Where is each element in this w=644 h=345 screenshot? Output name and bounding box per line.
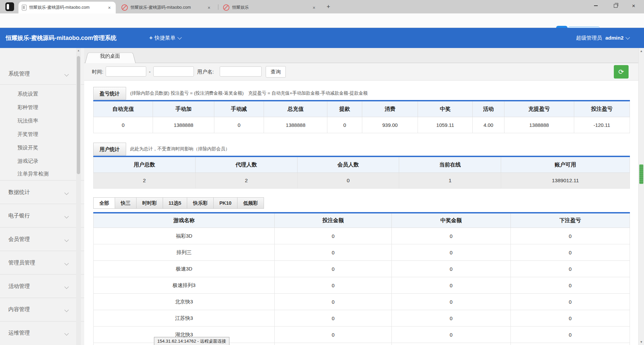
quick-menu-button[interactable]: + 快捷菜单 <box>149 28 181 48</box>
game-tab-11x5[interactable]: 11选5 <box>163 197 187 209</box>
browser-tab-3[interactable]: 恒耀娱乐 × <box>220 2 320 13</box>
time-end-input[interactable] <box>153 66 194 77</box>
cell: 1388888 <box>264 117 327 133</box>
username-input[interactable] <box>220 66 262 77</box>
cell: 0 <box>511 343 630 345</box>
cell: 0 <box>511 327 630 343</box>
user-table: 用户总数 代理人数 会员人数 当前在线 账户可用 2 2 0 1 1389012… <box>93 156 630 189</box>
col-header: 投注盈亏 <box>574 101 630 117</box>
game-tab-all[interactable]: 全部 <box>93 197 115 209</box>
dash-separator: - <box>149 63 151 81</box>
divider <box>0 180 84 181</box>
cell: 0 <box>275 294 392 310</box>
cell: 939.00 <box>362 117 418 133</box>
workspaces-icon[interactable] <box>5 2 14 11</box>
chevron-down-icon <box>64 191 69 195</box>
sidebar: 系统管理 系统设置 彩种管理 玩法倍率 开奖管理 预设开奖 游戏记录 注单异常检… <box>0 48 84 345</box>
sidebar-item-system-settings[interactable]: 系统设置 <box>17 87 74 101</box>
table-row: 2 2 0 1 1389012.11 <box>94 173 630 189</box>
sidebar-group-activities[interactable]: 活动管理 <box>0 278 84 294</box>
sidebar-item-lottery-mgmt[interactable]: 彩种管理 <box>17 101 74 114</box>
browser-tab-strip: 恒耀娱乐-蜜桃源码-mitaobo.com × 恒耀娱乐-蜜桃源码-mitaob… <box>0 0 644 13</box>
user-menu[interactable]: 超级管理员 admin2 <box>576 28 629 48</box>
sidebar-group-content[interactable]: 内容管理 <box>0 301 84 317</box>
cell: 0 <box>392 228 511 244</box>
main-content: 盈亏统计 (排除内部会员数据) 投注盈亏 = (投注消费金额-返奖金额) 充提盈… <box>84 81 638 345</box>
browser-tab-2[interactable]: 恒耀娱乐-蜜桃源码-mitaobo.com × <box>118 2 215 13</box>
up-arrow-icon[interactable]: ▲ <box>76 49 81 52</box>
cell: 1 <box>399 173 501 189</box>
sidebar-item-draw-mgmt[interactable]: 开奖管理 <box>17 128 74 141</box>
sidebar-group-data-stats[interactable]: 数据统计 <box>0 184 84 200</box>
cell: 0 <box>275 228 392 244</box>
restore-button[interactable] <box>608 0 623 11</box>
cell: 0 <box>392 327 511 343</box>
sidebar-item-bet-anomaly[interactable]: 注单异常检测 <box>17 167 74 181</box>
game-tab-dipincai[interactable]: 低频彩 <box>237 197 264 209</box>
sidebar-group-admins[interactable]: 管理员管理 <box>0 255 84 271</box>
col-header: 会员人数 <box>297 156 399 173</box>
col-header: 下注盈亏 <box>511 213 630 228</box>
cell: 0 <box>275 343 392 345</box>
up-arrow-icon[interactable]: ▲ <box>639 49 644 53</box>
cell: 1388888 <box>153 117 214 133</box>
profit-badge: 盈亏统计 <box>93 87 126 100</box>
refresh-button[interactable]: ⟳ <box>614 65 629 79</box>
close-icon: × <box>632 3 635 9</box>
chevron-down-icon <box>626 35 630 40</box>
tab-close-icon[interactable]: × <box>311 5 317 10</box>
time-start-input[interactable] <box>106 66 146 77</box>
time-label: 时间: <box>92 63 103 81</box>
user-note: 此处为总计，不受查询时间影响（排除内部会员） <box>130 146 230 152</box>
divider <box>0 251 84 251</box>
user-role: 超级管理员 <box>576 35 602 42</box>
tab-divider <box>218 4 218 10</box>
chevron-down-icon <box>64 238 69 242</box>
query-button[interactable]: 查询 <box>266 66 286 78</box>
sidebar-group-system[interactable]: 系统管理 <box>0 66 84 82</box>
minimize-button[interactable] <box>588 0 603 11</box>
new-tab-button[interactable]: + <box>324 3 333 11</box>
cell: 0 <box>392 244 511 261</box>
sidebar-scrollbar-thumb[interactable] <box>77 56 80 174</box>
page-scrollbar[interactable]: ▲ ▼ <box>638 48 644 345</box>
browser-toolbar: ← → ⟳ ⚠ 不安全 | ht.hongll.cn ☆+ 拖拽上传 ··· <box>0 13 644 28</box>
browser-tab-1[interactable]: 恒耀娱乐-蜜桃源码-mitaobo.com × <box>18 2 116 13</box>
col-header: 消费 <box>362 101 418 117</box>
game-tab-shishicai[interactable]: 时时彩 <box>137 197 163 209</box>
sidebar-item-preset-draw[interactable]: 预设开奖 <box>17 141 74 154</box>
sidebar-item-game-records[interactable]: 游戏记录 <box>17 154 74 168</box>
plus-icon: + <box>149 28 153 48</box>
cell: 0 <box>511 310 630 327</box>
game-tab-pk10[interactable]: PK10 <box>214 197 237 209</box>
username: admin2 <box>605 35 624 41</box>
tab-my-desktop-label[interactable]: 我的桌面 <box>90 53 130 59</box>
cell: 0 <box>275 310 392 327</box>
cell: 0 <box>511 244 630 261</box>
sidebar-group-ops[interactable]: 运维管理 <box>0 325 84 341</box>
sidebar-scrollbar[interactable]: ▲ <box>76 48 81 345</box>
sidebar-group-ebank[interactable]: 电子银行 <box>0 208 84 224</box>
game-tab-kuailecai[interactable]: 快乐彩 <box>187 197 214 209</box>
profit-note: (排除内部会员数据) 投注盈亏 = (投注消费金额-返奖金额) 充提盈亏 = 自… <box>130 90 368 96</box>
quick-menu-label: 快捷菜单 <box>155 28 175 48</box>
cell: 0 <box>327 117 362 133</box>
divider <box>0 321 84 322</box>
col-header: 中奖 <box>418 101 473 117</box>
app-title: 恒耀娱乐-蜜桃源码-mitaobo.com管理系统 <box>6 28 117 48</box>
user-badge: 用户统计 <box>93 143 126 155</box>
game-name: 极速3D <box>94 261 275 277</box>
page-scrollbar-thumb[interactable] <box>639 164 643 184</box>
sidebar-group-members[interactable]: 会员管理 <box>0 231 84 247</box>
user-section-header: 用户统计 此处为总计，不受查询时间影响（排除内部会员） <box>93 142 638 156</box>
cell: 1059.11 <box>418 117 473 133</box>
game-tab-kuaisan[interactable]: 快三 <box>115 197 137 209</box>
down-arrow-icon[interactable]: ▼ <box>639 340 644 344</box>
tab-close-icon[interactable]: × <box>206 5 212 10</box>
tab-close-icon[interactable]: × <box>106 5 112 10</box>
game-name: 极速排列3 <box>94 277 275 294</box>
close-button[interactable]: × <box>626 0 641 11</box>
sidebar-item-play-odds[interactable]: 玩法倍率 <box>17 114 74 128</box>
cell: 0 <box>392 343 511 345</box>
screen: 恒耀娱乐-蜜桃源码-mitaobo.com × 恒耀娱乐-蜜桃源码-mitaob… <box>0 0 644 345</box>
